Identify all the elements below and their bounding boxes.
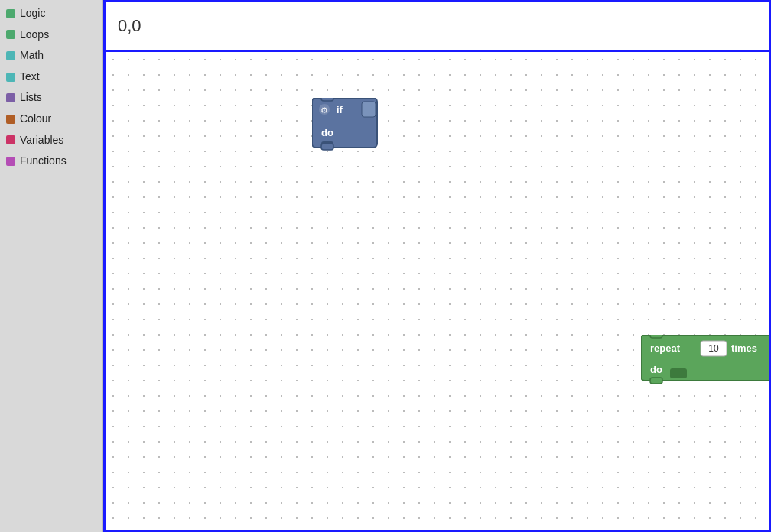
sidebar-color-text (6, 73, 15, 82)
sidebar-color-logic (6, 9, 15, 18)
repeat-block-svg: repeat 10 times do (641, 335, 771, 384)
sidebar-item-colour[interactable]: Colour (0, 109, 102, 130)
svg-rect-17 (670, 368, 687, 378)
svg-text:if: if (337, 104, 343, 115)
sidebar-label-loops: Loops (20, 28, 49, 43)
svg-text:10: 10 (708, 343, 719, 354)
sidebar-item-text[interactable]: Text (0, 66, 102, 88)
svg-text:times: times (731, 342, 757, 354)
if-block[interactable]: ⚙ if do (312, 98, 381, 154)
sidebar-label-functions: Functions (20, 154, 67, 169)
sidebar: LogicLoopsMathTextListsColourVariablesFu… (0, 0, 103, 532)
coord-text: 0,0 (118, 16, 142, 36)
svg-rect-18 (650, 378, 662, 384)
sidebar-item-math[interactable]: Math (0, 45, 102, 66)
svg-text:repeat: repeat (650, 342, 681, 354)
svg-rect-6 (362, 102, 376, 117)
sidebar-label-variables: Variables (20, 133, 63, 148)
sidebar-item-lists[interactable]: Lists (0, 87, 102, 109)
sidebar-label-text: Text (20, 70, 40, 85)
sidebar-label-lists: Lists (20, 90, 42, 105)
svg-rect-10 (650, 335, 662, 338)
sidebar-label-colour: Colour (20, 112, 51, 127)
repeat-block[interactable]: repeat 10 times do (641, 335, 771, 388)
sidebar-color-loops (6, 30, 15, 39)
sidebar-label-math: Math (20, 48, 44, 63)
svg-rect-1 (321, 98, 333, 101)
svg-text:⚙: ⚙ (320, 105, 328, 115)
sidebar-color-variables (6, 135, 15, 144)
coord-bar: 0,0 (103, 0, 771, 52)
sidebar-item-logic[interactable]: Logic (0, 3, 102, 24)
sidebar-item-variables[interactable]: Variables (0, 130, 102, 151)
sidebar-color-lists (6, 93, 15, 102)
if-block-svg: ⚙ if do (312, 98, 381, 151)
main-area: 0,0 ⚙ if do (103, 0, 771, 532)
sidebar-label-logic: Logic (20, 6, 45, 21)
canvas-area[interactable]: ⚙ if do repeat 10 (103, 52, 771, 532)
svg-text:do: do (321, 127, 333, 138)
sidebar-item-functions[interactable]: Functions (0, 151, 102, 172)
svg-text:do: do (650, 364, 662, 375)
sidebar-color-math (6, 51, 15, 60)
sidebar-item-loops[interactable]: Loops (0, 24, 102, 46)
svg-rect-8 (321, 144, 333, 150)
sidebar-color-colour (6, 115, 15, 124)
sidebar-color-functions (6, 157, 15, 166)
